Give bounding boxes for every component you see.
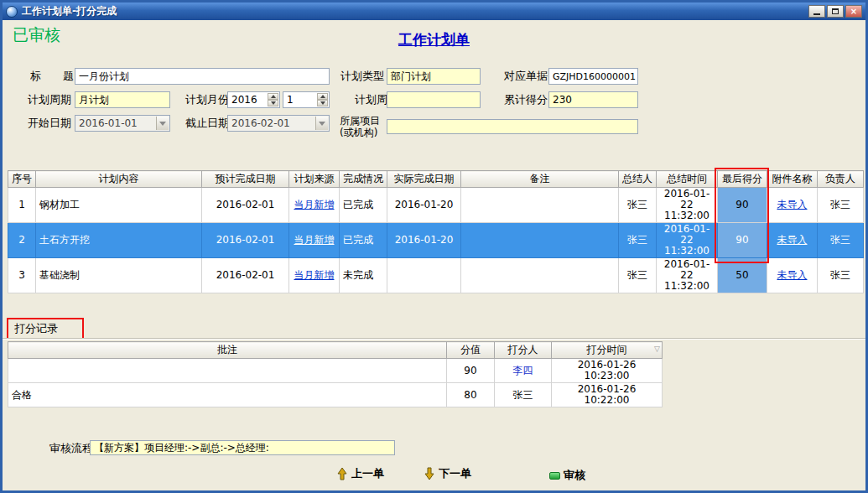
- maximize-icon: [832, 8, 839, 14]
- doc-label: 对应单据: [504, 70, 548, 82]
- year-spinner[interactable]: 2016: [227, 91, 280, 108]
- cell-expected: 2016-02-01: [202, 223, 289, 258]
- month-down-button[interactable]: [317, 100, 328, 106]
- cell-score: 50: [718, 258, 767, 293]
- close-button[interactable]: ×: [845, 5, 862, 18]
- plan-row[interactable]: 3 基础浇制 2016-02-01 当月新增 未完成 张三 2016-01-22…: [8, 258, 864, 293]
- down-arrow-icon: [424, 467, 435, 480]
- col-time: 总结时间: [657, 171, 718, 188]
- window-title: 工作计划单-打分完成: [22, 4, 808, 18]
- cell-score-time: 2016-01-26 10:22:00: [552, 383, 663, 407]
- project-field[interactable]: [387, 119, 638, 134]
- cell-summarizer: 张三: [619, 223, 657, 258]
- audit-icon: [549, 472, 560, 480]
- plan-type-label: 计划类型: [340, 70, 384, 82]
- audit-button[interactable]: 审核: [549, 468, 585, 483]
- cell-status: 已完成: [340, 188, 387, 223]
- doc-field[interactable]: GZJHD160000001: [548, 68, 638, 85]
- cell-owner: 张三: [818, 223, 864, 258]
- plan-row[interactable]: 1 钢材加工 2016-02-01 当月新增 已完成 2016-01-20 张三…: [8, 188, 864, 223]
- col-content: 计划内容: [36, 171, 202, 188]
- cell-summarizer: 张三: [619, 188, 657, 223]
- cell-status: 未完成: [340, 258, 387, 293]
- cell-remark: 合格: [8, 383, 447, 407]
- minimize-icon: [813, 13, 820, 15]
- source-link[interactable]: 当月新增: [294, 199, 335, 210]
- year-down-button[interactable]: [268, 100, 278, 106]
- col-expected: 预计完成日期: [202, 171, 289, 188]
- plan-row-selected[interactable]: 2 土石方开挖 2016-02-01 当月新增 已完成 2016-01-20 张…: [8, 223, 864, 258]
- import-link[interactable]: 未导入: [777, 269, 808, 281]
- col-summarizer: 总结人: [619, 171, 657, 188]
- cell-attachment: 未导入: [767, 223, 818, 258]
- cycle-field[interactable]: 月计划: [75, 91, 170, 108]
- week-field[interactable]: [387, 91, 481, 108]
- score-table: 批注 分值 打分人 打分时间▽ 90 李四 2016-01-26 10:23:0…: [8, 341, 663, 407]
- import-link[interactable]: 未导入: [777, 234, 808, 246]
- spin-down-icon: [271, 101, 276, 105]
- next-button-label: 下一单: [439, 466, 471, 481]
- close-icon: ×: [850, 8, 857, 16]
- sort-desc-icon: ▽: [654, 345, 660, 353]
- review-process-field[interactable]: 【新方案】项目经理:->副总:->总经理:: [90, 440, 395, 455]
- month-up-button[interactable]: [317, 93, 328, 100]
- plan-table: 序号 计划内容 预计完成日期 计划来源 完成情况 实际完成日期 备注 总结人 总…: [8, 170, 864, 293]
- total-score-field[interactable]: 230: [548, 91, 638, 108]
- minimize-button[interactable]: [808, 5, 825, 18]
- cell-attachment: 未导入: [767, 258, 818, 293]
- cell-content: 基础浇制: [36, 258, 202, 293]
- cell-remark: [461, 223, 619, 258]
- week-label: 计划周: [355, 94, 387, 106]
- app-window: 工作计划单-打分完成 × 已审核 工作计划单 标 题 一月份计划 计划类型 部门…: [0, 0, 868, 493]
- cell-expected: 2016-02-01: [202, 258, 289, 293]
- source-link[interactable]: 当月新增: [294, 234, 335, 246]
- cell-actual: [387, 258, 461, 293]
- plan-type-field[interactable]: 部门计划: [387, 68, 481, 85]
- cell-no: 3: [8, 258, 36, 293]
- cell-actual: 2016-01-20: [387, 223, 461, 258]
- import-link[interactable]: 未导入: [777, 199, 808, 210]
- spin-down-icon: [320, 101, 325, 105]
- title-label: 标 题: [30, 70, 74, 82]
- cell-score: 90: [718, 188, 767, 223]
- score-row[interactable]: 90 李四 2016-01-26 10:23:00: [8, 359, 663, 383]
- col-source: 计划来源: [289, 171, 340, 188]
- title-input[interactable]: 一月份计划: [75, 68, 330, 85]
- cell-source: 当月新增: [289, 188, 340, 223]
- cell-owner: 张三: [818, 258, 864, 293]
- app-logo-icon: [6, 6, 18, 18]
- cell-content: 土石方开挖: [36, 223, 202, 258]
- maximize-button[interactable]: [827, 5, 844, 18]
- cell-attachment: 未导入: [767, 188, 818, 223]
- titlebar: 工作计划单-打分完成 ×: [3, 3, 865, 20]
- cell-score-time: 2016-01-26 10:23:00: [552, 359, 663, 383]
- cell-scorer: 张三: [495, 383, 552, 407]
- cell-remark: [461, 258, 619, 293]
- score-row[interactable]: 合格 80 张三 2016-01-26 10:22:00: [8, 383, 663, 407]
- cell-time: 2016-01-22 11:32:00: [657, 258, 718, 293]
- cell-owner: 张三: [818, 188, 864, 223]
- cell-remark: [8, 359, 447, 383]
- cycle-label: 计划周期: [28, 94, 71, 106]
- next-button[interactable]: 下一单: [424, 466, 471, 481]
- section-divider: [3, 338, 865, 339]
- cell-actual: 2016-01-20: [387, 188, 461, 223]
- cell-content: 钢材加工: [36, 188, 202, 223]
- dropdown-button: [156, 117, 169, 130]
- cell-remark: [461, 188, 619, 223]
- prev-button[interactable]: 上一单: [336, 466, 384, 481]
- spin-up-icon: [271, 95, 276, 98]
- col-attachment: 附件名称: [767, 171, 818, 188]
- col-status: 完成情况: [340, 171, 387, 188]
- year-up-button[interactable]: [268, 93, 278, 100]
- cell-source: 当月新增: [289, 223, 340, 258]
- col-score-time[interactable]: 打分时间▽: [552, 342, 663, 359]
- score-records-label: 打分记录: [14, 323, 58, 335]
- source-link[interactable]: 当月新增: [294, 269, 335, 281]
- cell-score: 90: [718, 223, 767, 258]
- cell-no: 2: [8, 223, 36, 258]
- cell-score: 90: [447, 359, 495, 383]
- cell-expected: 2016-02-01: [202, 188, 289, 223]
- month-spinner[interactable]: 1: [283, 91, 330, 108]
- audit-button-label: 审核: [564, 468, 585, 483]
